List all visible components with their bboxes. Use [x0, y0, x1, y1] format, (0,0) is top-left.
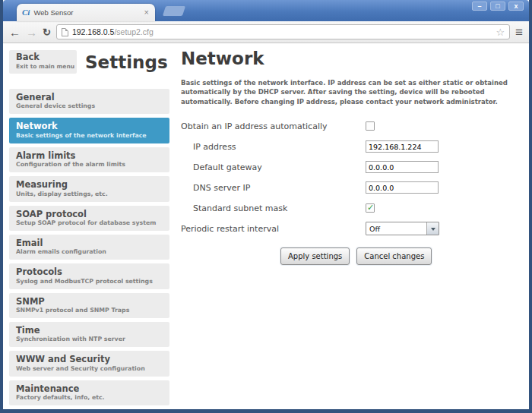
apply-settings-button[interactable]: Apply settings	[280, 247, 350, 265]
back-subtitle: Exit to main menu	[16, 63, 70, 70]
restart-interval-label: Periodic restart interval	[181, 224, 366, 234]
tab-title: Web Sensor	[33, 8, 139, 17]
form-row-restart: Periodic restart interval Off	[181, 219, 532, 239]
tab-close-icon[interactable]: ×	[144, 8, 150, 17]
back-label: Back	[16, 52, 70, 63]
sidebar-item-subtitle: Syslog and ModbusTCP protocol settings	[16, 278, 163, 285]
sidebar-item-label: Network	[16, 121, 163, 131]
sidebar-item-subtitle: Synchronization with NTP server	[16, 336, 163, 342]
sidebar-item-label: Email	[16, 238, 163, 248]
form-row-subnet: Standard subnet mask	[181, 198, 532, 219]
url-text[interactable]: 192.168.0.5/setup2.cfg	[72, 27, 154, 36]
network-settings-panel: Network Basic settings of the network in…	[181, 50, 532, 408]
default-gateway-input[interactable]	[366, 161, 439, 173]
dns-server-input[interactable]	[366, 181, 439, 194]
form-row-ip: IP address	[181, 137, 532, 157]
sidebar-item-maintenance[interactable]: Maintenance Factory defaults, info, etc.	[9, 380, 169, 405]
restart-interval-value: Off	[366, 225, 426, 233]
page-icon	[62, 28, 68, 36]
sidebar-item-label: Time	[16, 325, 163, 336]
sidebar-item-label: SOAP protocol	[16, 209, 163, 219]
sidebar-item-network[interactable]: Network Basic settings of the network in…	[9, 118, 169, 143]
page-description: Basic settings of the network interface.…	[181, 78, 532, 106]
back-button[interactable]: Back Exit to main menu	[9, 50, 77, 74]
dhcp-label: Obtain an IP address automatically	[181, 121, 366, 131]
forward-icon: →	[26, 27, 37, 38]
sidebar-item-label: General	[16, 92, 163, 102]
sidebar-item-general[interactable]: General General device settings	[9, 89, 169, 114]
sidebar-item-email[interactable]: Email Alarm emails configuration	[9, 235, 169, 260]
sidebar-item-subtitle: SNMPv1 protocol and SNMP Traps	[16, 307, 163, 314]
sidebar-item-subtitle: Units, display settings, etc.	[16, 191, 163, 197]
sidebar-item-label: Protocols	[16, 266, 163, 277]
sidebar-item-subtitle: Setup SOAP protocol for database system	[16, 219, 163, 226]
browser-window: Ci Web Sensor × – □ x ← → ↻ 192.168.0.5/…	[0, 0, 532, 413]
sidebar-item-label: Maintenance	[16, 383, 163, 394]
form-row-gateway: Default gateway	[181, 157, 532, 178]
maximize-icon[interactable]: □	[490, 2, 505, 11]
new-tab-button[interactable]	[163, 6, 185, 16]
settings-sidebar: Back Exit to main menu Settings General …	[9, 50, 169, 408]
menu-icon[interactable]: ≡	[515, 26, 523, 39]
browser-tab[interactable]: Ci Web Sensor ×	[17, 4, 155, 21]
subnet-mask-label: Standard subnet mask	[181, 203, 366, 213]
sidebar-item-label: WWW and Security	[16, 354, 163, 364]
sidebar-item-subtitle: Configuration of the alarm limits	[16, 161, 163, 168]
sidebar-item-subtitle: Alarm emails configuration	[16, 248, 163, 255]
ip-address-label: IP address	[181, 142, 366, 152]
browser-toolbar: ← → ↻ 192.168.0.5/setup2.cfg ☆ ≡	[3, 21, 529, 43]
cancel-changes-button[interactable]: Cancel changes	[356, 247, 432, 265]
sidebar-item-subtitle: General device settings	[16, 102, 163, 109]
page-title: Network	[181, 49, 532, 68]
sidebar-item-time[interactable]: Time Synchronization with NTP server	[9, 322, 169, 347]
dns-server-label: DNS server IP	[181, 183, 366, 193]
titlebar: Ci Web Sensor × – □ x	[3, 0, 529, 21]
form-row-dns: DNS server IP	[181, 178, 532, 198]
default-gateway-label: Default gateway	[181, 162, 366, 172]
reload-icon[interactable]: ↻	[43, 27, 51, 37]
bookmark-star-icon[interactable]: ☆	[496, 27, 505, 37]
sidebar-item-alarm-limits[interactable]: Alarm limits Configuration of the alarm …	[9, 147, 169, 172]
sidebar-item-protocols[interactable]: Protocols Syslog and ModbusTCP protocol …	[9, 263, 169, 288]
sidebar-item-label: SNMP	[16, 296, 163, 307]
url-path: /setup2.cfg	[114, 27, 153, 36]
sidebar-item-subtitle: Web server and Security configuration	[16, 365, 163, 372]
address-bar[interactable]: 192.168.0.5/setup2.cfg ☆	[56, 24, 510, 39]
dhcp-checkbox[interactable]	[366, 121, 375, 131]
sidebar-item-www-and-security[interactable]: WWW and Security Web server and Security…	[9, 351, 169, 376]
minimize-icon[interactable]: –	[472, 2, 487, 11]
sidebar-item-label: Alarm limits	[16, 150, 163, 161]
back-icon[interactable]: ←	[9, 27, 21, 38]
ip-address-input[interactable]	[366, 140, 439, 153]
sidebar-item-subtitle: Factory defaults, info, etc.	[16, 394, 163, 401]
chevron-down-icon[interactable]	[426, 222, 439, 235]
sidebar-item-subtitle: Basic settings of the network interface	[16, 132, 163, 139]
sidebar-item-label: Measuring	[16, 179, 163, 190]
restart-interval-select[interactable]: Off	[366, 222, 439, 235]
close-icon[interactable]: x	[508, 2, 524, 11]
settings-heading: Settings	[85, 50, 168, 74]
subnet-mask-checkbox[interactable]	[366, 203, 375, 213]
sidebar-item-snmp[interactable]: SNMP SNMPv1 protocol and SNMP Traps	[9, 293, 169, 318]
url-host: 192.168.0.5	[72, 27, 114, 36]
window-controls: – □ x	[472, 2, 524, 11]
page-content: Back Exit to main menu Settings General …	[3, 43, 529, 408]
sidebar-item-soap-protocol[interactable]: SOAP protocol Setup SOAP protocol for da…	[9, 206, 169, 231]
form-row-dhcp: Obtain an IP address automatically	[181, 116, 532, 137]
sidebar-item-measuring[interactable]: Measuring Units, display settings, etc.	[9, 176, 169, 201]
sidebar-header: Back Exit to main menu Settings	[9, 50, 169, 80]
form-buttons: Apply settings Cancel changes	[280, 247, 532, 265]
site-favicon-icon: Ci	[22, 8, 30, 17]
